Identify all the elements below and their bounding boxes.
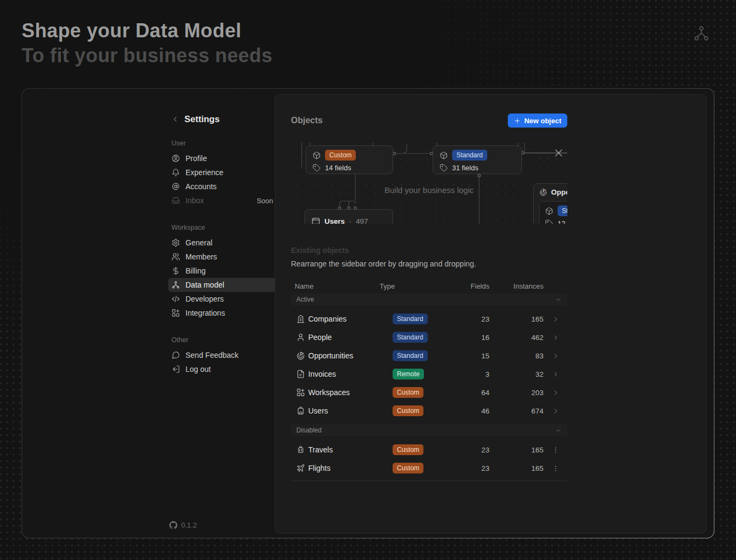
sidebar-item-label: Billing [185, 266, 205, 275]
sidebar-item-accounts[interactable]: Accounts [168, 179, 277, 194]
object-row-users[interactable]: UsersCustom46674 [291, 402, 567, 420]
sidebar-item-billing[interactable]: Billing [168, 264, 277, 278]
fields-value: 15 [448, 352, 489, 360]
objects-title: Objects [291, 116, 323, 125]
sidebar-item-send-feedback[interactable]: Send Feedback [168, 348, 277, 362]
objects-table: NameTypeFieldsInstances ActiveCompaniesS… [291, 279, 567, 481]
row-menu-button[interactable] [552, 464, 560, 472]
diagram-node-opportunities[interactable]: Opportunities Standard 12 fields [533, 183, 567, 224]
objects-header: Objects New object [291, 114, 567, 128]
sidebar-item-members[interactable]: Members [168, 250, 277, 264]
fields-value: 16 [448, 334, 489, 342]
instance-count: 497 [356, 217, 368, 224]
diagram-node-custom[interactable]: Custom 14 fields [306, 145, 393, 174]
type-badge: Custom [393, 463, 423, 474]
open-object-button[interactable] [552, 334, 560, 342]
object-row-opportunities[interactable]: OpportunitiesStandard1583 [291, 346, 567, 365]
row-menu-button[interactable] [552, 446, 560, 454]
chevron-left-icon [171, 115, 180, 123]
settings-back-button[interactable]: Settings [171, 112, 277, 125]
open-object-button[interactable] [552, 370, 560, 378]
instances-value: 203 [489, 389, 543, 397]
open-object-button[interactable] [552, 389, 560, 397]
table-body: ActiveCompaniesStandard23165PeopleStanda… [291, 294, 567, 481]
settings-title: Settings [184, 114, 220, 124]
diagram-caption: Build your business logic [291, 185, 567, 195]
luggage-icon [291, 445, 305, 454]
app-version[interactable]: 0.1.2 [169, 521, 197, 529]
type-badge: Standard [393, 350, 428, 361]
at-sign-icon [171, 182, 180, 191]
new-object-label: New object [524, 117, 561, 125]
diagram-node-users[interactable]: Users · 497 [304, 209, 393, 224]
type-badge: Standard [452, 150, 487, 161]
chat-icon [171, 351, 180, 359]
document-icon [291, 370, 305, 378]
diagram-node-standard[interactable]: Standard 31 fields [433, 145, 522, 174]
badge-icon [291, 406, 305, 415]
existing-objects-description: Rearrange the sidebar order by dragging … [291, 259, 476, 268]
chevron-up-icon[interactable] [555, 296, 562, 303]
open-object-button[interactable] [552, 315, 560, 323]
fields-value: 64 [448, 389, 489, 397]
column-header-fields: Fields [444, 282, 489, 290]
page: Shape your Data Model To fit your busine… [0, 0, 736, 560]
type-badge: Standard [558, 205, 567, 216]
group-bar-disabled: Disabled [291, 424, 567, 436]
settings-window: Settings UserProfileExperienceAccountsIn… [22, 88, 714, 538]
object-name: Flights [308, 464, 393, 472]
sidebar-section-label-user: User [171, 139, 277, 147]
fields-value: 23 [448, 315, 489, 323]
fields-count: 31 fields [452, 164, 478, 172]
object-row-companies[interactable]: CompaniesStandard23165 [291, 310, 567, 328]
sidebar-item-developers[interactable]: Developers [168, 292, 277, 306]
object-name: People [308, 333, 393, 342]
new-object-button[interactable]: New object [508, 114, 567, 128]
instance-separator: · [349, 217, 352, 224]
column-header-type: Type [376, 282, 444, 290]
group-bar-active: Active [291, 294, 567, 305]
sidebar-item-label: Accounts [185, 182, 217, 191]
sidebar-item-profile[interactable]: Profile [168, 151, 277, 165]
sidebar-item-general[interactable]: General [168, 236, 277, 250]
instances-value: 83 [489, 352, 543, 360]
instances-value: 165 [489, 315, 543, 323]
instances-value: 32 [489, 370, 543, 378]
tag-icon [545, 219, 553, 224]
sidebar-item-integrations[interactable]: Integrations [168, 306, 277, 320]
node-title: Opportunities [551, 188, 567, 196]
sidebar-item-experience[interactable]: Experience [168, 165, 277, 179]
column-header-instances: Instances [489, 282, 543, 290]
sidebar-section-label-other: Other [171, 336, 277, 344]
fields-value: 23 [448, 464, 489, 472]
object-row-travels[interactable]: TravelsCustom23165 [291, 441, 567, 459]
type-badge: Remote [393, 369, 424, 379]
sidebar-item-inbox[interactable]: InboxSoon [168, 194, 277, 208]
grid-plus-icon [171, 309, 180, 317]
tag-icon [440, 164, 448, 172]
sidebar-item-label: Developers [185, 295, 224, 303]
object-row-flights[interactable]: FlightsCustom23165 [291, 459, 567, 477]
object-group-disabled: DisabledTravelsCustom23165FlightsCustom2… [291, 424, 567, 477]
app-window-icon [311, 217, 320, 224]
open-object-button[interactable] [552, 407, 560, 415]
github-icon [169, 521, 177, 529]
chevron-up-icon[interactable] [555, 427, 562, 434]
open-object-button[interactable] [552, 352, 560, 360]
object-row-people[interactable]: PeopleStandard16462 [291, 328, 567, 346]
sidebar-item-label: Send Feedback [185, 351, 238, 359]
sidebar-item-label: Members [185, 252, 217, 261]
object-row-invoices[interactable]: InvoicesRemote332 [291, 365, 567, 383]
fields-count: 12 fields [558, 219, 567, 224]
version-label: 0.1.2 [181, 521, 197, 529]
sidebar-item-log-out[interactable]: Log out [168, 362, 277, 376]
data-model-icon [693, 25, 710, 42]
bell-icon [171, 168, 180, 177]
data-model-diagram[interactable]: Build your business logic Custom 14 fiel… [291, 143, 567, 224]
object-name: Users [308, 406, 393, 415]
sidebar-item-label: Data model [185, 281, 224, 289]
inbox-icon [171, 196, 180, 205]
sidebar-item-data-model[interactable]: Data model [168, 278, 277, 292]
instances-value: 165 [489, 464, 543, 472]
object-row-workspaces[interactable]: WorkspacesCustom64203 [291, 383, 567, 402]
